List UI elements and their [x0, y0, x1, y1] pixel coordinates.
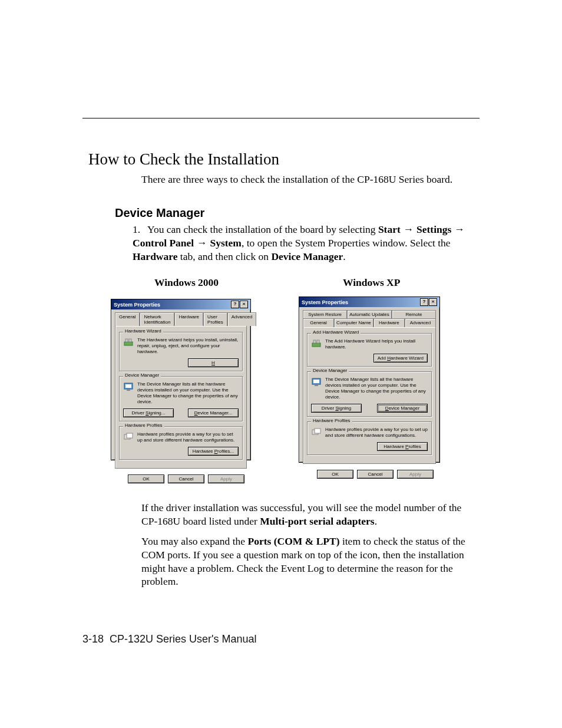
- ordered-list: 1.You can check the installation of the …: [133, 223, 480, 263]
- ok-button[interactable]: OK: [128, 475, 164, 483]
- title-text: System Properties: [114, 302, 160, 308]
- close-icon[interactable]: ×: [240, 301, 248, 308]
- svg-rect-12: [313, 380, 319, 383]
- svg-rect-1: [125, 339, 128, 342]
- apply-button[interactable]: Apply: [397, 470, 434, 479]
- svg-rect-10: [317, 340, 319, 343]
- tab-computer-name[interactable]: Computer Name: [334, 318, 373, 327]
- group-legend: Hardware Profiles: [123, 423, 164, 428]
- group-legend: Hardware Profiles: [311, 418, 352, 423]
- group-hardware-wizard: Hardware Wizard The Hardware wizard help…: [119, 332, 243, 371]
- group-text: The Device Manager lists all the hardwar…: [137, 381, 239, 405]
- group-legend: Add Hardware Wizard: [311, 330, 361, 335]
- paragraph-success: If the driver installation was successfu…: [141, 501, 480, 528]
- svg-rect-7: [127, 433, 133, 438]
- add-hardware-wizard-button[interactable]: Add Hardware Wizard: [373, 354, 428, 363]
- add-hardware-icon: [311, 338, 322, 349]
- ok-button[interactable]: OK: [317, 470, 353, 479]
- group-legend: Device Manager: [123, 373, 161, 378]
- group-legend: Device Manager: [311, 368, 349, 373]
- heading-how-to-check: How to Check the Installation: [88, 150, 279, 169]
- tab-hardware[interactable]: Hardware: [174, 312, 203, 326]
- hardware-profiles-icon: [123, 431, 134, 442]
- hardware-profiles-button[interactable]: Hardware Profiles: [377, 442, 428, 451]
- list-number: 1.: [133, 223, 147, 236]
- group-device-manager: Device Manager The Device Manager lists …: [307, 371, 432, 417]
- tab-advanced[interactable]: Advanced: [227, 312, 257, 326]
- tab-general[interactable]: General: [115, 312, 140, 326]
- tab-network-identification[interactable]: Network Identification: [140, 312, 174, 326]
- group-hardware-profiles: Hardware Profiles Hardware profiles prov…: [307, 421, 432, 455]
- dialog-system-properties-xp: System Properties ? × System Restore Aut…: [299, 297, 440, 463]
- list-text: You can check the installation of the bo…: [133, 223, 465, 262]
- group-text: Hardware profiles provide a way for you …: [137, 431, 239, 443]
- rule-top: [82, 118, 480, 118]
- group-text: The Device Manager lists all the hardwar…: [325, 377, 428, 400]
- svg-rect-0: [124, 342, 133, 345]
- paragraph-ports: You may also expand the Ports (COM & LPT…: [141, 535, 480, 588]
- tab-panel: Add Hardware Wizard The Add Hardware Wiz…: [303, 327, 436, 464]
- tab-panel: Hardware Wizard The Hardware wizard help…: [115, 325, 247, 469]
- titlebar[interactable]: System Properties ? ×: [111, 299, 250, 309]
- close-icon[interactable]: ×: [429, 298, 437, 306]
- hardware-profiles-icon: [311, 427, 322, 437]
- group-device-manager: Device Manager The Device Manager lists …: [119, 376, 243, 421]
- caption-winxp: Windows XP: [343, 276, 400, 289]
- group-legend: Hardware Wizard: [123, 328, 163, 334]
- tab-hardware[interactable]: Hardware: [373, 318, 405, 327]
- page: How to Check the Installation There are …: [0, 0, 562, 728]
- tab-system-restore[interactable]: System Restore: [303, 310, 347, 318]
- heading-device-manager: Device Manager: [115, 206, 204, 220]
- hardware-wizard-icon: [123, 337, 134, 348]
- dialog-footer: OK Cancel Apply: [111, 472, 250, 488]
- driver-signing-button[interactable]: Driver Signing: [311, 404, 362, 413]
- svg-rect-5: [127, 390, 130, 391]
- caption-win2000: Windows 2000: [154, 276, 219, 289]
- intro-paragraph: There are three ways to check the instal…: [141, 173, 480, 186]
- group-text: Hardware profiles provide a way for you …: [325, 427, 428, 439]
- tab-advanced[interactable]: Advanced: [405, 318, 436, 327]
- tab-automatic-updates[interactable]: Automatic Updates: [347, 310, 392, 318]
- titlebar[interactable]: System Properties ? ×: [299, 297, 439, 307]
- svg-rect-9: [313, 340, 316, 343]
- help-icon[interactable]: ?: [420, 298, 428, 306]
- hardware-wizard-button[interactable]: H: [188, 358, 239, 367]
- apply-button[interactable]: Apply: [208, 475, 244, 483]
- tabs: System Restore Automatic Updates Remote …: [299, 307, 439, 327]
- title-text: System Properties: [302, 299, 348, 305]
- dialog-system-properties-2000: System Properties ? × General Network Id…: [111, 299, 251, 460]
- device-manager-button[interactable]: Device Manager: [377, 404, 428, 413]
- group-hardware-profiles: Hardware Profiles Hardware profiles prov…: [119, 426, 243, 460]
- cancel-button[interactable]: Cancel: [357, 470, 394, 479]
- group-add-hardware-wizard: Add Hardware Wizard The Add Hardware Wiz…: [307, 333, 432, 367]
- help-icon[interactable]: ?: [231, 301, 239, 308]
- svg-rect-13: [315, 385, 318, 386]
- device-manager-icon: [311, 377, 322, 387]
- page-footer: 3-18 CP-132U Series User's Manual: [82, 633, 257, 645]
- group-text: The Add Hardware Wizard helps you instal…: [325, 338, 428, 350]
- dialog-footer: OK Cancel Apply: [299, 467, 439, 483]
- group-text: The Hardware wizard helps you install, u…: [137, 337, 239, 355]
- device-manager-button[interactable]: Device Manager...: [188, 409, 239, 417]
- tab-remote[interactable]: Remote: [392, 310, 436, 318]
- cancel-button[interactable]: Cancel: [168, 475, 204, 483]
- page-number: 3-18: [82, 633, 104, 645]
- hardware-profiles-button[interactable]: Hardware Profiles...: [188, 447, 239, 456]
- tab-user-profiles[interactable]: User Profiles: [203, 312, 227, 326]
- tab-general[interactable]: General: [303, 318, 334, 327]
- device-manager-icon: [123, 381, 134, 392]
- manual-title: CP-132U Series User's Manual: [110, 633, 257, 645]
- svg-rect-15: [315, 429, 320, 433]
- svg-rect-2: [129, 339, 131, 342]
- svg-rect-8: [312, 343, 320, 347]
- svg-rect-4: [125, 384, 131, 388]
- tabs: General Network Identification Hardware …: [111, 309, 250, 325]
- driver-signing-button[interactable]: Driver Signing...: [123, 409, 174, 417]
